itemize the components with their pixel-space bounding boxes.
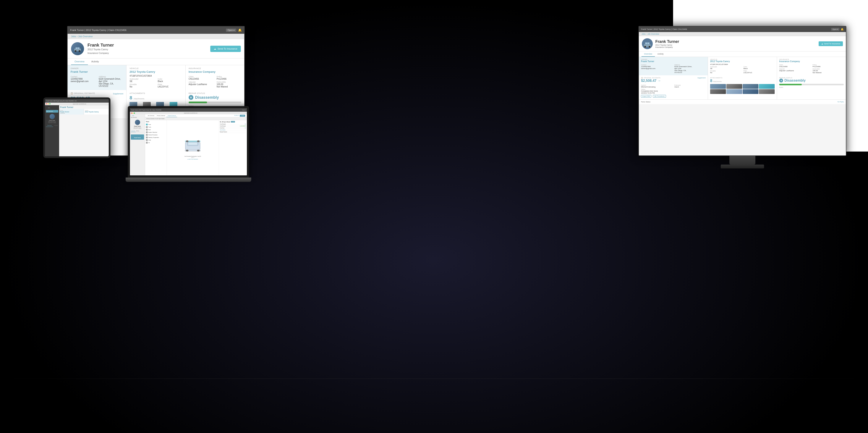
second-monitor-stand	[730, 156, 755, 164]
svg-point-19	[649, 46, 650, 48]
parts-line-front-door[interactable]: Front Door 3.4	[220, 127, 246, 129]
parts-line-front-bumper[interactable]: Front Bumper 3.6	[220, 123, 246, 125]
tablet-vehicle-card: Vehicle 2012 Toyota Camry	[84, 109, 109, 115]
attachments-count: 8	[129, 95, 132, 101]
contact-value: 1234567890owner@gmail.com	[71, 78, 95, 83]
sm-qe-procedures-button[interactable]: QE Procedures	[653, 95, 666, 98]
laptop-app-tab-job[interactable]: Job Overview	[146, 114, 155, 117]
vehicle-name: 2012 Toyota Camry	[129, 70, 182, 73]
tab-overview[interactable]: Overview	[71, 58, 88, 65]
sm-vehicle-card: Vehicle 2012 Toyota Camry 4T1BF1FKXCU573…	[708, 57, 777, 75]
sm-export-row: Export RMI QE Procedures	[641, 95, 706, 98]
sm-parts-row: Parts Status 72 Parts	[639, 99, 846, 104]
sm-vehicle-color: Color Black Plate LN123YUC	[743, 65, 775, 73]
address-label: Address	[99, 75, 123, 78]
vehicle-card: Vehicle 2012 Toyota Camry 4T1BF1FKXCU573…	[126, 65, 185, 90]
sm-export-rmi-button[interactable]: Export RMI	[641, 95, 651, 98]
tablet-sidebar-job-overview[interactable]: Job Overview	[46, 110, 58, 113]
sm-owner-address: Address 6220 Greenwich Drive,Apt 1234San…	[674, 63, 706, 73]
app-header-right: Open ▾ 🔔	[226, 28, 242, 32]
sm-breadcrumb-current: Job Overview	[647, 33, 659, 35]
tablet-sidebar-jobs: ← Jobs	[46, 106, 58, 109]
tablet-content: ← Jobs Job Overview Frank Turner 2012 To…	[45, 105, 109, 156]
parts-line-front-bumper-detail[interactable]: Front Bumper 1,213.56/9975	[220, 125, 246, 127]
svg-point-18	[644, 46, 646, 48]
refresh-icon	[146, 134, 148, 136]
parts-list: Parts Front Trunk Back	[145, 120, 167, 175]
sm-insurance-card: Insurance Insurance Company Claim CN1234…	[777, 57, 846, 75]
laptop-minimize-dot	[132, 113, 133, 114]
svg-point-10	[186, 140, 188, 142]
sm-supplement-link[interactable]: Supplement	[698, 77, 706, 79]
laptop-jobs-link[interactable]: ← Jobs	[131, 115, 144, 116]
tablet-header: Frank Turner | 2012 Toyota Camry SE | Cl…	[45, 99, 109, 103]
sm-vehicle-row: Submodel SE Drivable No Color Black Plat…	[710, 65, 775, 73]
open-dropdown-button[interactable]: Open ▾	[226, 29, 236, 32]
estimating-content: Parts Front Trunk Back	[145, 120, 247, 175]
laptop-app-tab-primary[interactable]: Primary Estimate	[155, 114, 166, 117]
sm-progress-bar	[779, 84, 844, 85]
parts-right-title: BL 38 Sport Model	[220, 121, 230, 123]
sm-thumb-7	[743, 89, 758, 94]
parts-item-trunk[interactable]: Trunk	[146, 126, 166, 128]
parts-item-back[interactable]: Back	[146, 128, 166, 131]
svg-rect-5	[78, 48, 79, 49]
tablet-main: Frank Turner Owner Frank Turner 12345678…	[59, 105, 109, 156]
svg-rect-20	[645, 43, 647, 44]
parts-line-bumper-receive[interactable]: Bumper Receive	[220, 131, 246, 133]
vehicle-vin: 4T1BF1FKXCU573664	[129, 75, 182, 77]
sm-estimate-header: 📋 Original Estimate Supplement	[641, 77, 706, 79]
car-diagram: Use Procedure Explanations 1 and 28 NOTE…	[167, 120, 219, 175]
parts-item-art[interactable]: Art	[146, 142, 166, 144]
jobs-breadcrumb-link[interactable]: Jobs	[71, 35, 76, 38]
progress-bar-fill	[189, 101, 207, 103]
owner-card-label: Owner	[71, 67, 123, 69]
send-to-insurance-button[interactable]: ☁ Send To Insurance	[210, 46, 241, 52]
attachments-label: Attachments	[129, 92, 182, 94]
minimize-dot	[48, 103, 49, 104]
parts-item-grille[interactable]: Grille	[146, 139, 166, 142]
sm-est-system: System Mitchell Estimating	[641, 84, 672, 88]
sm-open-button[interactable]: Open ▾	[831, 28, 839, 31]
sm-profile-info: Frank Turner 2012 Toyota Camry Insurance…	[655, 39, 679, 48]
sm-tab-activity[interactable]: Activity	[655, 52, 666, 57]
laptop-screen: Frank Turner | 2012 Toyota Camry SE | Cl…	[130, 108, 247, 175]
laptop-job-overview-link[interactable]: Job Overview	[131, 117, 144, 118]
sm-send-to-insurance-button[interactable]: ☁ Send To Insurance	[818, 41, 843, 46]
sm-bell-icon[interactable]: 🔔	[841, 28, 844, 31]
parts-item-engine[interactable]: Engine / Electrical	[146, 131, 166, 133]
sm-tab-overview[interactable]: Overview	[642, 52, 655, 57]
parts-item-front[interactable]: Front	[146, 123, 166, 126]
sm-insurance-row: Claim CN123456 Adjuster Adjuster LastNam…	[779, 63, 844, 73]
parts-item-steering[interactable]: Steering / Suspension	[146, 136, 166, 139]
laptop-tab-overview[interactable]: Overview	[131, 130, 136, 132]
notification-bell-icon[interactable]: 🔔	[238, 28, 242, 32]
second-monitor-screen: Frank Turner | 2012 Toyota Camry | Claim…	[639, 26, 846, 156]
supplement-link[interactable]: Supplement	[113, 93, 123, 95]
sm-jobs-link[interactable]: Jobs	[642, 33, 646, 35]
sm-repair-status: Disassembly	[784, 79, 806, 83]
sm-thumb-1	[710, 84, 726, 89]
svg-rect-14	[188, 143, 197, 145]
sm-progress-fill	[779, 84, 802, 85]
vehicle-card-label: Vehicle	[129, 67, 182, 69]
app-header: Frank Turner | 2012 Toyota Camry | Claim…	[68, 26, 244, 34]
repair-status-value: Disassembly	[195, 95, 219, 100]
laptop-tab-activity[interactable]: Activity	[136, 130, 140, 132]
floor-line	[0, 378, 868, 379]
laptop-app-tab-original[interactable]: Original Estimate	[166, 114, 177, 117]
tablet-time: 9:41	[74, 100, 77, 101]
tablet-tab-activity[interactable]: Activity	[53, 124, 59, 127]
tablet-tab-overview[interactable]: Overview	[46, 124, 53, 127]
laptop-close-dot	[131, 113, 132, 114]
tab-activity[interactable]: Activity	[88, 58, 102, 65]
laptop-header-title: Frank Turner | 2012 Toyota Camry SE | Cl…	[131, 109, 161, 111]
parts-item-refresh[interactable]: Refresh Procedure	[146, 133, 166, 136]
close-dot	[46, 103, 47, 104]
sm-header-title: Frank Turner | 2012 Toyota Camry | Claim…	[641, 28, 687, 30]
grille-icon	[146, 139, 148, 141]
sm-repair-card: Repair Status ⚙ Disassembly Notes	[777, 75, 846, 99]
sm-att-count: 8	[710, 79, 712, 83]
laptop-screen-bezel: Frank Turner | 2012 Toyota Camry SE | Cl…	[128, 106, 249, 178]
laptop-locked-button[interactable]: Locked	[240, 115, 245, 117]
